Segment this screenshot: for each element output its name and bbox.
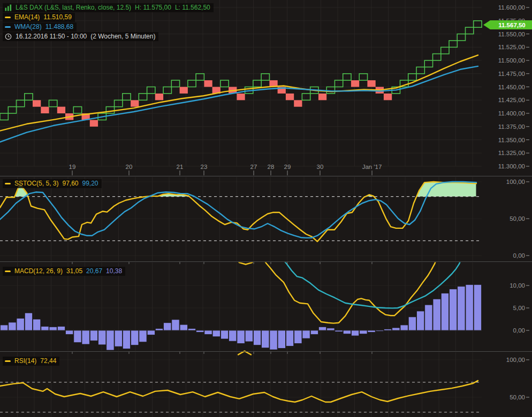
low-value: L: 11.562,50 <box>175 4 210 11</box>
rsi-value: 72,44 <box>40 357 56 365</box>
rsi-legend: RSI(14) 72,44 <box>3 357 59 366</box>
macd-plot <box>0 214 482 350</box>
y-axis-label: 11.475,00 <box>498 71 525 77</box>
mini-chart-icon <box>5 4 12 11</box>
y-axis-label: 11.300,00 <box>498 163 525 169</box>
y-axis-label: 11.525,00 <box>498 44 525 50</box>
ema-legend-row[interactable]: EMA(14) 11.510,59 <box>3 13 75 22</box>
ema-color-swatch-icon <box>5 17 11 18</box>
y-axis-label: 10,00 <box>510 282 525 289</box>
ema-value: 11.510,59 <box>43 13 72 21</box>
x-axis-label: 20 <box>126 164 133 170</box>
high-value: H: 11.575,00 <box>135 4 171 11</box>
period-label: (2 Wochen, 5 Minuten) <box>90 33 155 40</box>
y-axis-label: 0,00 <box>513 252 525 259</box>
last-price-value: 11.567,50 <box>498 22 526 28</box>
last-price-tag: 11.567,50 <box>483 20 532 29</box>
y-axis-label: 11.550,00 <box>498 31 525 37</box>
y-axis-label: 11.325,00 <box>498 150 525 156</box>
x-axis-label: 23 <box>201 164 208 170</box>
sstoc-d-value: 99,20 <box>82 180 98 187</box>
ema-label: EMA(14) <box>14 13 40 21</box>
y-axis-label: 100,00 <box>506 179 525 185</box>
y-axis-label: 11.350,00 <box>498 137 525 143</box>
sstoc-legend: SSTOC(5, 5, 3) 97,60 99,20 <box>3 179 102 188</box>
x-axis-label: 19 <box>69 164 76 170</box>
y-axis-label: 50,00 <box>510 215 525 222</box>
sstoc-color-swatch-icon <box>5 183 11 184</box>
macd-legend: MACD(12, 26, 9) 31,05 20,67 10,38 <box>3 267 125 276</box>
macd-color-swatch-icon <box>5 271 11 272</box>
rsi-color-swatch-icon <box>5 360 11 362</box>
sstoc-plot <box>0 182 482 242</box>
rsi-label: RSI(14) <box>14 357 36 365</box>
x-axis-label: 29 <box>284 164 291 170</box>
x-axis-label: 27 <box>250 164 257 170</box>
y-axis-label: 50,00 <box>510 394 525 400</box>
time-range-row: 16.12.2016 11:50 - 10:00 (2 Wochen, 5 Mi… <box>3 32 158 41</box>
wma-color-swatch-icon <box>5 26 11 28</box>
macd-legend-row[interactable]: MACD(12, 26, 9) 31,05 20,67 10,38 <box>3 267 125 276</box>
wma-label: WMA(28) <box>14 23 42 30</box>
y-axis-label: 11.425,00 <box>498 97 525 103</box>
clock-icon <box>5 33 12 40</box>
macd-label: MACD(12, 26, 9) <box>14 267 63 275</box>
macd-signal-value: 20,67 <box>86 267 102 275</box>
y-axis-label: 100,00 <box>506 357 525 363</box>
macd-value: 31,05 <box>66 267 82 275</box>
y-axis-label: 11.500,00 <box>498 57 525 64</box>
symbol-label: L&S DAX (L&S, last, Renko, close, 12.5) <box>16 4 131 11</box>
wma-legend-row[interactable]: WMA(28) 11.488,68 <box>3 22 77 32</box>
x-axis-label: 28 <box>268 164 275 170</box>
y-axis-label: 11.375,00 <box>498 123 525 130</box>
symbol-legend-row[interactable]: L&S DAX (L&S, last, Renko, close, 12.5) … <box>3 3 214 12</box>
main-legend: L&S DAX (L&S, last, Renko, close, 12.5) … <box>3 3 214 41</box>
x-axis-label: Jan '17 <box>362 164 382 170</box>
sstoc-label: SSTOC(5, 5, 3) <box>14 180 58 187</box>
macd-hist-value: 10,38 <box>106 267 122 275</box>
x-axis-label: 30 <box>317 164 324 170</box>
trading-chart-window: 1920212327282930Jan '1711.600,0011.575,0… <box>0 0 532 417</box>
timestamp-label: 16.12.2016 11:50 - 10:00 <box>16 33 87 40</box>
y-axis-label: 5,00 <box>513 305 525 311</box>
y-axis-label: 11.600,00 <box>498 4 525 11</box>
grid-lines <box>0 0 482 417</box>
overbought-fill <box>417 182 476 197</box>
rsi-legend-row[interactable]: RSI(14) 72,44 <box>3 357 59 366</box>
x-axis-label: 21 <box>177 164 184 170</box>
y-axis-label: 0,00 <box>513 327 525 334</box>
chart-canvas[interactable]: 1920212327282930Jan '1711.600,0011.575,0… <box>0 0 532 417</box>
y-axis-label: 11.450,00 <box>498 84 525 90</box>
sstoc-legend-row[interactable]: SSTOC(5, 5, 3) 97,60 99,20 <box>3 179 102 188</box>
wma-value: 11.488,68 <box>45 23 74 30</box>
rsi-plot <box>0 381 482 412</box>
sstoc-k-value: 97,60 <box>62 180 78 187</box>
y-axis-label: 11.400,00 <box>498 110 525 117</box>
